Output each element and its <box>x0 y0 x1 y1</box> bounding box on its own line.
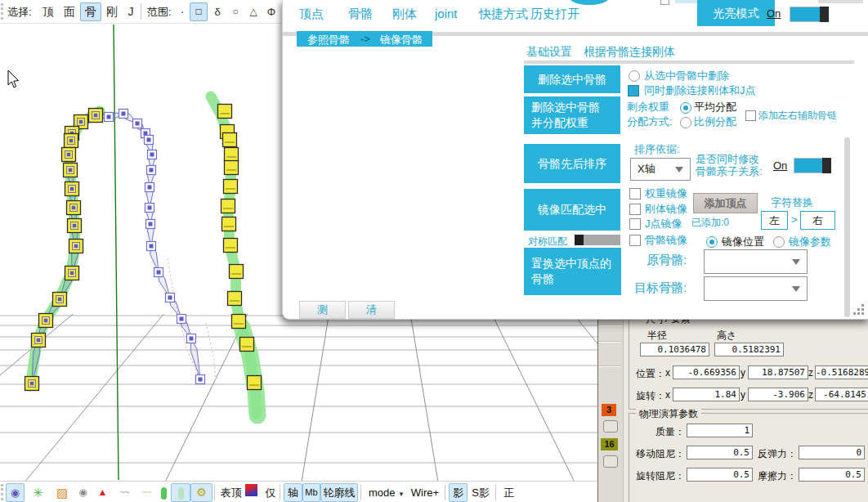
range-circle-button[interactable]: ○ <box>227 2 244 21</box>
toolbar-grip[interactable] <box>1 3 6 20</box>
target-bone-dropdown[interactable] <box>704 276 808 301</box>
mass-label: 质量： <box>655 425 685 439</box>
green-scatter-icon[interactable]: ✳ <box>27 483 49 502</box>
sort-axis-dropdown[interactable]: X轴 <box>630 158 691 181</box>
tab-bone[interactable]: 骨骼 <box>348 7 373 22</box>
tab-joint[interactable]: joint <box>435 7 458 20</box>
radio-delete-from-selected[interactable] <box>629 70 640 82</box>
range-triangle-button[interactable]: △ <box>245 2 262 21</box>
collision-group-badge-olive[interactable]: 16 <box>601 438 618 450</box>
checkbox-joint-mirror[interactable] <box>629 218 641 230</box>
section-tab-connect-rigid[interactable]: 根据骨骼连接刚体 <box>584 45 675 60</box>
subtab-mirror-bone[interactable]: 镜像骨骼 <box>380 33 423 47</box>
gear-icon[interactable]: ⚙ <box>190 483 213 502</box>
mb-toggle-button[interactable]: Mb <box>302 483 320 502</box>
bright-mode-button[interactable]: 光亮模式 <box>697 0 775 26</box>
shadow-toggle-button[interactable]: 影 <box>449 483 468 502</box>
show-surface-vertex-button[interactable]: 表顶 <box>217 483 244 502</box>
select-bone-button[interactable]: 骨 <box>80 2 101 21</box>
source-bone-dropdown[interactable] <box>704 249 808 274</box>
gray-circle-icon[interactable]: ◉ <box>74 483 92 502</box>
select-face-button[interactable]: 面 <box>59 2 80 21</box>
toggle-knob <box>820 7 829 22</box>
delete-selected-bones-button[interactable]: 删除选中骨骼 <box>524 65 620 93</box>
bone-sort-button[interactable]: 骨骼先后排序 <box>524 144 620 183</box>
position-x-field[interactable]: -0.669356 <box>673 365 740 379</box>
resize-grip-icon[interactable] <box>853 312 856 315</box>
radio-mirror-params[interactable] <box>773 236 785 248</box>
outline-toggle-button[interactable]: 轮廓线 <box>320 483 358 502</box>
section-tab-basic[interactable]: 基础设置 <box>526 45 572 60</box>
only-button[interactable]: 仅 <box>262 483 280 502</box>
axis-toggle-button[interactable]: 轴 <box>284 483 302 502</box>
material-gradient-icon[interactable] <box>245 484 257 496</box>
radio-average-assign[interactable] <box>680 102 691 114</box>
select-joint-button[interactable]: J <box>123 2 139 21</box>
checkbox-bone-mirror[interactable] <box>629 235 641 246</box>
radio-mirror-params-label: 镜像参数 <box>789 235 831 249</box>
checkbox-weight-mirror[interactable] <box>629 188 641 199</box>
select-mode-icon[interactable]: ◉ <box>6 483 25 502</box>
delete-and-assign-weight-button[interactable]: 删除选中骨骼 并分配权重 <box>524 96 620 134</box>
select-rigid-button[interactable]: 刚 <box>101 2 123 21</box>
add-vertex-button[interactable]: 添加顶点 <box>693 193 758 213</box>
char-replace-label: 字符替换 <box>771 195 813 210</box>
symmetry-match-slider-knob[interactable] <box>575 235 584 245</box>
radius-field[interactable]: 0.1036478 <box>640 343 709 356</box>
sort-basis-label: 排序依据: <box>634 142 680 157</box>
select-label: 选择: <box>7 5 32 20</box>
checkbox-weight-mirror-label: 权重镜像 <box>645 186 687 201</box>
tab-history[interactable]: 历史打开 <box>530 7 579 22</box>
mode-dropdown[interactable]: mode ▼ <box>366 483 407 502</box>
modify-parent-toggle[interactable] <box>794 158 831 173</box>
front-view-button[interactable]: 正 <box>500 483 518 502</box>
range-square-button[interactable]: □ <box>190 2 208 21</box>
rot-damp-field[interactable]: 0.5 <box>687 468 753 482</box>
rotation-z-field[interactable]: -64.8145 <box>815 388 868 401</box>
tab-shortcuts[interactable]: 快捷方式 <box>479 7 528 22</box>
move-damp-field[interactable]: 0.5 <box>687 446 753 459</box>
green-capsule-icon[interactable] <box>157 483 171 502</box>
gray-waves-icon[interactable]: ~~ <box>114 483 135 502</box>
restitution-field[interactable]: 0 <box>799 446 865 459</box>
checkbox-aux-bone-chain[interactable] <box>745 110 756 121</box>
position-y-label: y <box>740 367 745 379</box>
mirror-match-button[interactable]: 镜像匹配选中 <box>524 189 620 231</box>
radio-mirror-position[interactable] <box>706 236 718 248</box>
checkbox-delete-connected[interactable] <box>628 85 639 96</box>
char-left-input[interactable]: 左 <box>761 211 788 230</box>
yellow-waves-icon[interactable]: ~~ <box>136 483 157 502</box>
tab-vertex[interactable]: 顶点 <box>299 7 324 22</box>
pale-capsule-icon[interactable] <box>171 483 190 502</box>
mass-field[interactable]: 1 <box>687 424 753 437</box>
subtab-bar[interactable]: 参照骨骼 -> 镜像骨骼 <box>297 31 432 47</box>
radio-ratio-assign[interactable] <box>680 117 691 128</box>
tab-rigidbody[interactable]: 刚体 <box>392 7 417 22</box>
measure-button[interactable]: 测 <box>299 301 346 319</box>
self-shadow-button[interactable]: S影 <box>468 483 493 502</box>
checkbox-rigid-mirror[interactable] <box>629 204 641 215</box>
replace-vertex-bone-button[interactable]: 置换选中顶点的 骨骼 <box>524 248 621 295</box>
dialog-scrollbar[interactable] <box>844 137 850 317</box>
collision-group-box[interactable] <box>603 455 618 468</box>
rotation-x-field[interactable]: 1.84 <box>673 388 740 401</box>
rotation-y-field[interactable]: -3.906 <box>748 388 808 401</box>
height-field[interactable]: 0.5182391 <box>714 343 784 356</box>
position-y-field[interactable]: 18.87507 <box>748 365 808 379</box>
clear-button[interactable]: 清 <box>348 301 395 319</box>
range-phi-button[interactable]: Φ <box>263 2 280 21</box>
red-triangle-icon[interactable]: ▲ <box>92 483 114 502</box>
friction-field[interactable]: 0.5 <box>799 468 865 482</box>
radio-delete-from-selected-label: 从选中骨骼中删除 <box>644 69 729 83</box>
orange-hatch-icon[interactable]: ▨ <box>51 483 73 502</box>
select-vertex-button[interactable]: 顶 <box>38 2 59 21</box>
wire-mode-button[interactable]: Wire+ <box>407 483 443 502</box>
bright-mode-toggle[interactable] <box>790 7 829 22</box>
char-right-input[interactable]: 右 <box>800 211 835 230</box>
position-z-field[interactable]: -0.5168289 <box>815 365 868 379</box>
collision-group-box[interactable] <box>603 420 618 433</box>
subtab-reference-bone[interactable]: 参照骨骼 <box>307 33 350 47</box>
range-delta-button[interactable]: δ <box>209 2 226 21</box>
range-dot-button[interactable]: · <box>175 2 190 21</box>
collision-group-badge-orange[interactable]: 3 <box>602 404 616 416</box>
